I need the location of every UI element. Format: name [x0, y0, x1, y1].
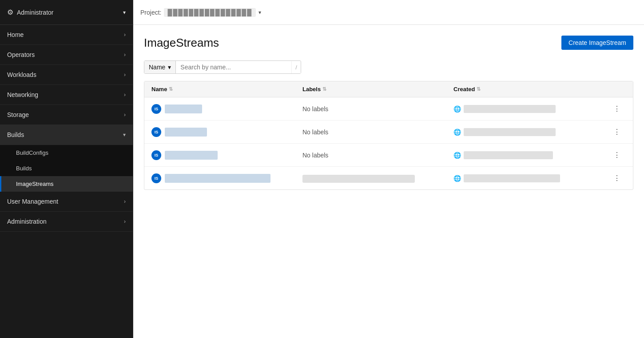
sidebar: ⚙ Administrator ▾ Home › Operators › Wor…	[0, 0, 133, 338]
imagestream-name-1[interactable]: ██████	[165, 105, 202, 113]
filter-dropdown[interactable]: Name ▾	[144, 61, 176, 73]
chevron-down-icon: ▾	[123, 9, 126, 16]
table-row: IS █████████ No labels 🌐 ██ ██ █████ ███…	[144, 144, 633, 167]
sidebar-item-workloads[interactable]: Workloads ›	[0, 65, 133, 85]
sidebar-item-user-management[interactable]: User Management ›	[0, 192, 133, 212]
chevron-right-icon: ›	[124, 32, 126, 38]
is-badge-2: IS	[151, 127, 161, 137]
chevron-down-icon: ▾	[123, 132, 126, 138]
row-actions-button-3[interactable]: ⋮	[608, 149, 626, 161]
topbar: Project: ████████████████ ▾	[133, 0, 644, 25]
sidebar-item-operators[interactable]: Operators ›	[0, 45, 133, 65]
chevron-right-icon: ›	[124, 52, 126, 58]
sort-icon-name[interactable]: ⇅	[169, 86, 173, 92]
sidebar-header[interactable]: ⚙ Administrator ▾	[0, 0, 133, 25]
col-name-label: Name	[151, 86, 167, 93]
sidebar-item-administration-label: Administration	[7, 218, 47, 225]
chevron-right-icon: ›	[124, 198, 126, 205]
filter-bar: Name ▾ /	[144, 60, 301, 74]
sort-icon-labels[interactable]: ⇅	[322, 86, 326, 92]
content-header: ImageStreams Create ImageStream	[144, 36, 633, 50]
sidebar-admin-title: Administrator	[17, 9, 53, 16]
table-row: IS ████████ ██ ████████ ████ ███████ ██ …	[144, 167, 633, 189]
created-value-2: ██ ███ ████ ████████	[464, 128, 556, 136]
created-value-3: ██ ██ █████ ████ ███	[464, 151, 553, 159]
sidebar-header-left: ⚙ Administrator	[7, 8, 53, 16]
sidebar-item-builds[interactable]: Builds ▾	[0, 125, 133, 145]
cell-created-1: 🌐 ████ ███ ██████ ████	[453, 105, 608, 113]
col-header-created: Created ⇅	[453, 86, 608, 93]
chevron-right-icon: ›	[124, 218, 126, 225]
sidebar-item-builds-sub-label: Builds	[16, 165, 32, 172]
cell-name-2: IS ███████	[151, 127, 302, 137]
content-area: ImageStreams Create ImageStream Name ▾ /…	[133, 25, 644, 338]
row-actions-button-4[interactable]: ⋮	[608, 172, 626, 184]
cell-created-4: 🌐 ██ ███ ████ ██ ██ ████	[453, 174, 608, 182]
col-header-actions	[608, 86, 626, 93]
labels-value-1: No labels	[302, 105, 328, 113]
project-label: Project:	[140, 9, 161, 16]
labels-value-3: No labels	[302, 152, 328, 159]
cell-name-1: IS ██████	[151, 104, 302, 114]
chevron-right-icon: ›	[124, 72, 126, 78]
sort-icon-created[interactable]: ⇅	[477, 86, 481, 92]
table-header: Name ⇅ Labels ⇅ Created ⇅	[144, 81, 633, 97]
sidebar-item-administration[interactable]: Administration ›	[0, 212, 133, 232]
col-labels-label: Labels	[302, 86, 321, 93]
sidebar-item-buildconfigs[interactable]: BuildConfigs	[0, 145, 133, 161]
filter-dropdown-label: Name	[149, 64, 165, 71]
create-imagestream-button[interactable]: Create ImageStream	[561, 36, 633, 50]
row-actions-button-2[interactable]: ⋮	[608, 126, 626, 138]
sidebar-item-storage-label: Storage	[7, 111, 29, 118]
project-dropdown-arrow: ▾	[258, 9, 261, 16]
col-header-name: Name ⇅	[151, 86, 302, 93]
filter-dropdown-arrow-icon: ▾	[168, 64, 171, 71]
sidebar-item-workloads-label: Workloads	[7, 71, 36, 78]
sidebar-item-networking[interactable]: Networking ›	[0, 85, 133, 105]
chevron-right-icon: ›	[124, 112, 126, 118]
slash-shortcut: /	[291, 61, 301, 73]
globe-icon-2: 🌐	[453, 129, 461, 136]
table-row: IS ██████ No labels 🌐 ████ ███ ██████ ██…	[144, 97, 633, 121]
cell-labels-3: No labels	[302, 152, 453, 159]
chevron-right-icon: ›	[124, 92, 126, 98]
cell-name-4: IS ████████ ██ ████████	[151, 173, 302, 183]
sidebar-item-home-label: Home	[7, 31, 24, 38]
sidebar-item-operators-label: Operators	[7, 51, 35, 58]
label-tag-1: ████ ███████ ██ ████████	[302, 175, 415, 183]
project-value: ████████████████	[164, 8, 256, 17]
sidebar-item-user-management-label: User Management	[7, 198, 58, 205]
is-badge-1: IS	[151, 104, 161, 114]
labels-value-2: No labels	[302, 129, 328, 136]
globe-icon-3: 🌐	[453, 152, 461, 159]
cell-labels-2: No labels	[302, 129, 453, 136]
cell-labels-1: No labels	[302, 105, 453, 113]
col-created-label: Created	[453, 86, 475, 93]
is-badge-4: IS	[151, 173, 161, 183]
project-selector[interactable]: Project: ████████████████ ▾	[140, 8, 261, 17]
sidebar-item-home[interactable]: Home ›	[0, 25, 133, 45]
imagestream-name-3[interactable]: █████████	[165, 151, 218, 160]
table-row: IS ███████ No labels 🌐 ██ ███ ████ █████…	[144, 121, 633, 144]
sidebar-item-imagestreams[interactable]: ImageStreams	[0, 176, 133, 192]
sidebar-item-builds-label: Builds	[7, 131, 24, 138]
imagestream-name-4[interactable]: ████████ ██ ████████	[165, 174, 270, 183]
cell-name-3: IS █████████	[151, 150, 302, 160]
cell-created-2: 🌐 ██ ███ ████ ████████	[453, 128, 608, 136]
sidebar-item-builds-sub[interactable]: Builds	[0, 161, 133, 176]
row-actions-button-1[interactable]: ⋮	[608, 103, 626, 115]
created-value-4: ██ ███ ████ ██ ██ ████	[464, 174, 560, 182]
globe-icon-4: 🌐	[453, 175, 461, 182]
globe-icon-1: 🌐	[453, 105, 461, 113]
cell-created-3: 🌐 ██ ██ █████ ████ ███	[453, 151, 608, 159]
sidebar-item-imagestreams-label: ImageStreams	[16, 181, 54, 187]
imagestream-name-2[interactable]: ███████	[165, 128, 207, 137]
created-value-1: ████ ███ ██████ ████	[464, 105, 556, 113]
is-badge-3: IS	[151, 150, 161, 160]
main-content: Project: ████████████████ ▾ ImageStreams…	[133, 0, 644, 338]
gear-icon: ⚙	[7, 8, 13, 16]
cell-labels-4: ████ ███████ ██ ████████	[302, 175, 453, 182]
sidebar-item-storage[interactable]: Storage ›	[0, 105, 133, 125]
page-title: ImageStreams	[144, 36, 219, 50]
search-input[interactable]	[176, 61, 291, 73]
